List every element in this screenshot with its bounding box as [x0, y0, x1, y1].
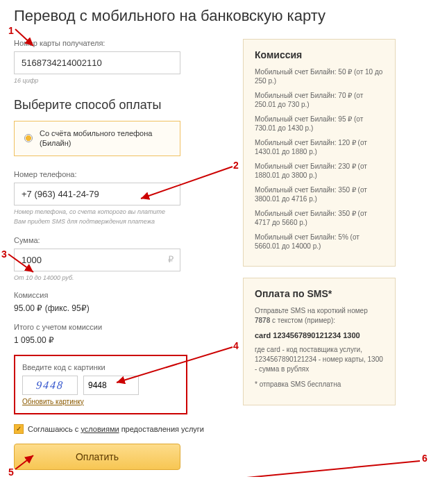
amount-input[interactable]	[14, 249, 180, 271]
info-column: Комиссия Мобильный счет Билайн: 50 ₽ (от…	[243, 39, 396, 470]
fee-row: Мобильный счет Билайн: 120 ₽ (от 1430.01…	[255, 138, 384, 156]
agree-row: ✓ Соглашаюсь с условиями предоставления …	[14, 424, 222, 434]
phone-input[interactable]	[14, 183, 180, 205]
phone-hint-1: Номер телефона, со счета которого вы пла…	[14, 208, 222, 215]
sms-footnote: * отправка SMS бесплатна	[255, 380, 384, 389]
sms-explain: где card - код поставщика услуги, 123456…	[255, 345, 384, 374]
amount-hint: От 10 до 14000 руб.	[14, 274, 222, 281]
card-hint: 16 цифр	[14, 77, 222, 84]
radio-icon	[24, 134, 33, 142]
card-label: Номер карты получателя:	[14, 39, 222, 47]
annotation-1: 1	[8, 25, 14, 36]
captcha-input[interactable]	[83, 376, 139, 395]
annotation-6: 6	[422, 453, 428, 464]
sms-example-code: card 1234567890121234 1300	[255, 331, 384, 339]
card-input[interactable]	[14, 51, 180, 74]
agree-text: Соглашаюсь с условиями предоставления ус…	[28, 425, 204, 433]
annotation-5: 5	[8, 467, 14, 477]
fees-title: Комиссия	[255, 49, 384, 60]
fee-row: Мобильный счет Билайн: 350 ₽ (от 4717 до…	[255, 209, 384, 227]
captcha-refresh-link[interactable]: Обновить картинку	[22, 398, 84, 405]
captcha-image: 9448	[22, 376, 78, 395]
currency-icon: ₽	[168, 254, 174, 264]
total-label: Итого с учетом комиссии	[14, 323, 222, 331]
fee-row: Мобильный счет Билайн: 5% (от 5660.01 до…	[255, 233, 384, 251]
fee-row: Мобильный счет Билайн: 95 ₽ (от 730.01 д…	[255, 115, 384, 133]
agree-checkbox[interactable]: ✓	[14, 424, 24, 434]
terms-link[interactable]: условиями	[81, 425, 119, 433]
commission-value: 95.00 ₽ (фикс. 95₽)	[14, 303, 222, 313]
pay-button[interactable]: Оплатить	[14, 444, 180, 470]
fee-row: Мобильный счет Билайн: 350 ₽ (от 3800.01…	[255, 185, 384, 203]
agree-suffix: предоставления услуги	[119, 425, 204, 433]
annotation-2: 2	[233, 160, 239, 171]
sms-title: Оплата по SMS*	[255, 288, 384, 299]
fee-row: Мобильный счет Билайн: 70 ₽ (от 250.01 д…	[255, 91, 384, 109]
annotation-4: 4	[233, 340, 239, 351]
commission-label: Комиссия	[14, 291, 222, 299]
sms-box: Оплата по SMS* Отправьте SMS на короткий…	[243, 278, 396, 405]
sms-short-number: 7878	[255, 317, 270, 324]
amount-label: Сумма:	[14, 236, 222, 244]
annotation-3: 3	[1, 249, 7, 260]
phone-hint-2: Вам придет SMS для подтверждения платежа	[14, 218, 222, 225]
fees-box: Комиссия Мобильный счет Билайн: 50 ₽ (от…	[243, 39, 396, 267]
method-title: Выберите способ оплаты	[14, 98, 222, 112]
sms-line1a: Отправьте SMS на короткий номер	[255, 307, 368, 314]
method-radio-label: Со счёта мобильного телефона (Билайн)	[40, 128, 170, 149]
captcha-label: Введите код с картинки	[22, 363, 179, 371]
total-value: 1 095.00 ₽	[14, 335, 222, 345]
sms-line1b: с текстом (пример):	[270, 317, 335, 324]
captcha-image-text: 9448	[35, 379, 65, 392]
fee-row: Мобильный счет Билайн: 230 ₽ (от 1880.01…	[255, 162, 384, 180]
phone-label: Номер телефона:	[14, 170, 222, 178]
page-title: Перевод с мобильного на банковскую карту	[14, 7, 417, 25]
form-column: Номер карты получателя: 16 цифр Выберите…	[14, 39, 222, 470]
sms-instruction: Отправьте SMS на короткий номер 7878 с т…	[255, 306, 384, 326]
method-radio[interactable]: Со счёта мобильного телефона (Билайн)	[14, 121, 180, 156]
fee-row: Мобильный счет Билайн: 50 ₽ (от 10 до 25…	[255, 67, 384, 85]
agree-prefix: Соглашаюсь с	[28, 425, 81, 433]
captcha-box: Введите код с картинки 9448 Обновить кар…	[14, 355, 187, 414]
